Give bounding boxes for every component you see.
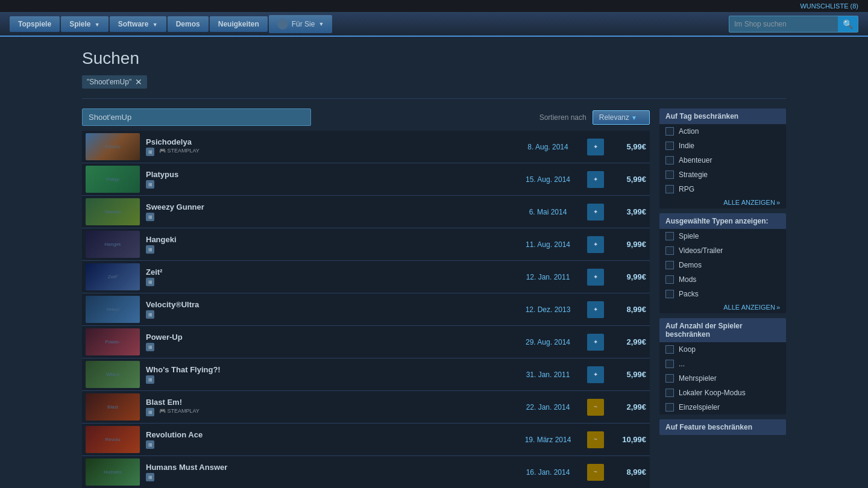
windows-icon: ⊞: [146, 245, 154, 254]
filter-label: Koop: [679, 345, 696, 354]
list-item[interactable]: Who's Who's That Flying?! ⊞ 31. Jan. 201…: [82, 358, 650, 391]
windows-icon: ⊞: [146, 473, 154, 481]
filter-label: RPG: [679, 185, 694, 193]
nav-search-button[interactable]: 🔍: [838, 16, 858, 33]
nav-foryou[interactable]: Für Sie ▼: [269, 15, 333, 33]
game-thumbnail: Sweezy: [86, 198, 140, 225]
filter-types-section: Ausgewählte Typen anzeigen: Spiele Video…: [659, 213, 786, 313]
filter-label: Action: [679, 127, 699, 136]
list-item[interactable]: Hangek Hangeki ⊞ 11. Aug. 2014 ✦ 9,99€: [82, 228, 650, 261]
game-thumbnail: Blast: [86, 393, 140, 421]
filter-item[interactable]: RPG: [659, 182, 786, 196]
filter-checkbox[interactable]: [665, 170, 674, 179]
game-name: Sweezy Gunner: [146, 202, 509, 211]
filter-item[interactable]: ...: [659, 357, 786, 371]
filter-item[interactable]: Videos/Trailer: [659, 243, 786, 258]
filter-label: Mods: [679, 275, 696, 284]
game-icons: ⊞: [146, 440, 509, 449]
game-thumbnail: Hangek: [86, 231, 140, 258]
game-info: Hangeki ⊞: [146, 235, 509, 254]
filter-label: Videos/Trailer: [679, 246, 723, 255]
filter-item[interactable]: Indie: [659, 139, 786, 153]
filter-item[interactable]: Abenteuer: [659, 153, 786, 167]
list-item[interactable]: Platyp Platypus ⊞ 15. Aug. 2014 ✦ 5,99€: [82, 163, 650, 196]
game-info: Blast Em! ⊞ 🎮 STEAMPLAY: [146, 398, 509, 416]
chevron-down-icon: ▼: [153, 22, 158, 28]
filter-checkbox[interactable]: [665, 156, 674, 164]
filter-types-show-all[interactable]: ALLE ANZEIGEN »: [659, 301, 786, 313]
filter-item[interactable]: Packs: [659, 287, 786, 301]
filter-checkbox[interactable]: [665, 360, 674, 368]
nav-games[interactable]: Spiele ▼: [61, 16, 108, 32]
game-list: Psicho Psichodelya ⊞ 🎮 STEAMPLAY 8. Aug.…: [82, 131, 650, 488]
game-info: Platypus ⊞: [146, 170, 509, 189]
game-rating: ✦: [587, 236, 604, 253]
filter-item[interactable]: Koop: [659, 342, 786, 357]
list-item[interactable]: Humans Humans Must Answer ⊞ 16. Jan. 201…: [82, 456, 650, 488]
game-price: 10,99€: [610, 435, 646, 444]
filter-item[interactable]: Lokaler Koop-Modus: [659, 386, 786, 400]
nav-software[interactable]: Software ▼: [110, 16, 166, 32]
filter-checkbox[interactable]: [665, 403, 674, 411]
filter-label: Mehrspieler: [679, 374, 717, 383]
filter-tags-show-all[interactable]: ALLE ANZEIGEN »: [659, 196, 786, 208]
page-content: Suchen "Shoot'emUp" ✕ Sortieren nach Rel…: [72, 37, 796, 488]
filter-item[interactable]: Mods: [659, 272, 786, 287]
filter-checkbox[interactable]: [665, 345, 674, 354]
filter-item[interactable]: Spiele: [659, 229, 786, 243]
sort-select-wrapper: Sortieren nach Relevanz ▼: [539, 110, 650, 125]
game-name: Velocity®Ultra: [146, 300, 509, 309]
windows-icon: ⊞: [146, 408, 154, 416]
filter-checkbox[interactable]: [665, 246, 674, 255]
nav-topgames[interactable]: Topspiele: [10, 16, 60, 32]
list-item[interactable]: Power- Power-Up ⊞ 29. Aug. 2014 ✦ 2,99€: [82, 326, 650, 358]
results-search-input[interactable]: [82, 108, 311, 126]
wishlist-link[interactable]: WUNSCHLISTE (8): [800, 2, 858, 10]
game-icons: ⊞: [146, 180, 509, 189]
filter-checkbox[interactable]: [665, 275, 674, 284]
filter-tag-label: "Shoot'emUp": [87, 78, 131, 86]
filter-types-title: Ausgewählte Typen anzeigen:: [659, 213, 786, 229]
game-name: Power-Up: [146, 333, 509, 342]
steamplay-badge: 🎮 STEAMPLAY: [159, 408, 200, 416]
filter-checkbox[interactable]: [665, 389, 674, 397]
game-icons: ⊞: [146, 278, 509, 286]
game-date: 22. Jan. 2014: [515, 403, 581, 411]
game-info: Velocity®Ultra ⊞: [146, 300, 509, 319]
game-info: Revolution Ace ⊞: [146, 430, 509, 449]
sort-dropdown[interactable]: Relevanz ▼: [593, 110, 650, 125]
filter-checkbox[interactable]: [665, 142, 674, 150]
filter-item[interactable]: Mehrspieler: [659, 371, 786, 386]
game-thumbnail: Veloci: [86, 296, 140, 323]
game-icons: ⊞: [146, 343, 509, 351]
nav-search-input[interactable]: [729, 17, 838, 31]
filter-checkbox[interactable]: [665, 290, 674, 298]
nav-news[interactable]: Neuigkeiten: [210, 16, 268, 32]
filter-item[interactable]: Einzelspieler: [659, 400, 786, 414]
filter-checkbox[interactable]: [665, 374, 674, 383]
list-item[interactable]: Revolu Revolution Ace ⊞ 19. März 2014 ~ …: [82, 424, 650, 456]
list-item[interactable]: Veloci Velocity®Ultra ⊞ 12. Dez. 2013 ✦ …: [82, 293, 650, 326]
list-item[interactable]: Zeit² Zeit² ⊞ 12. Jan. 2011 ✦ 9,99€: [82, 261, 650, 293]
windows-icon: ⊞: [146, 343, 154, 351]
filter-checkbox[interactable]: [665, 127, 674, 136]
filter-item[interactable]: Demos: [659, 258, 786, 272]
filter-remove-button[interactable]: ✕: [135, 77, 142, 87]
list-item[interactable]: Sweezy Sweezy Gunner ⊞ 6. Mai 2014 ✦ 3,9…: [82, 196, 650, 228]
nav-demos[interactable]: Demos: [168, 16, 209, 32]
list-item[interactable]: Psicho Psichodelya ⊞ 🎮 STEAMPLAY 8. Aug.…: [82, 131, 650, 163]
filter-item[interactable]: Action: [659, 124, 786, 139]
filter-checkbox[interactable]: [665, 185, 674, 193]
game-icons: ⊞: [146, 213, 509, 221]
list-item[interactable]: Blast Blast Em! ⊞ 🎮 STEAMPLAY 22. Jan. 2…: [82, 391, 650, 424]
game-date: 12. Dez. 2013: [515, 305, 581, 314]
windows-icon: ⊞: [146, 278, 154, 286]
game-name: Platypus: [146, 170, 509, 179]
filter-label: Abenteuer: [679, 156, 712, 164]
filter-checkbox[interactable]: [665, 232, 674, 240]
game-name: Revolution Ace: [146, 430, 509, 439]
filter-checkbox[interactable]: [665, 261, 674, 269]
nav-bar: Topspiele Spiele ▼ Software ▼ Demos Neui…: [0, 13, 868, 37]
game-info: Zeit² ⊞: [146, 267, 509, 286]
filter-item[interactable]: Strategie: [659, 167, 786, 182]
